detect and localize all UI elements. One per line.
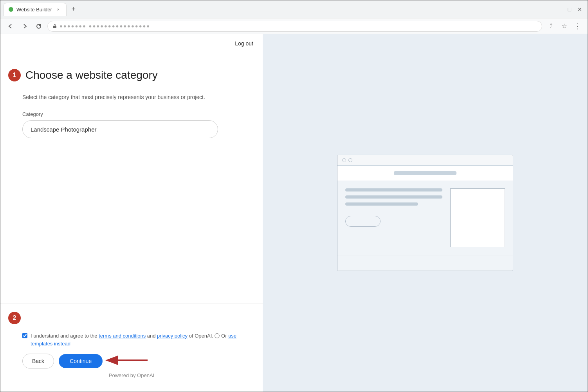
powered-by: Powered by OpenAI (22, 369, 241, 382)
category-label: Category (22, 111, 241, 117)
address-bar[interactable]: ●●●●●●● ●●●●●●●●●●●●●●●● (47, 21, 542, 32)
back-nav-button[interactable] (5, 21, 16, 32)
wireframe-footer (337, 255, 513, 271)
wireframe-image (450, 188, 505, 247)
lock-icon (52, 24, 57, 29)
bookmark-icon[interactable]: ☆ (559, 21, 570, 32)
button-row: Back Continue (22, 354, 241, 369)
wireframe-title-line (394, 171, 456, 175)
browser-window: Website Builder × + — □ ✕ ●●●●●●● ●●●●●●… (0, 0, 588, 392)
maximize-icon[interactable]: □ (566, 6, 574, 13)
new-tab-button[interactable]: + (68, 4, 79, 15)
info-icon: ⓘ (215, 333, 220, 339)
logout-bar: Log out (0, 34, 263, 53)
address-text: ●●●●●●● ●●●●●●●●●●●●●●●● (60, 23, 150, 29)
right-panel (263, 34, 588, 392)
wireframe-button (345, 216, 381, 227)
svg-rect-0 (53, 26, 56, 28)
active-tab[interactable]: Website Builder × (4, 3, 67, 16)
wireframe-dot1 (342, 158, 346, 162)
arrow-indicator (101, 352, 152, 370)
close-window-icon[interactable]: ✕ (575, 6, 584, 13)
wireframe-text-line2 (345, 195, 442, 199)
continue-arrow (101, 352, 152, 368)
agreement-row: I understand and agree to the terms and … (22, 332, 241, 347)
form-area: 1 Choose a website category Select the c… (0, 53, 263, 303)
wireframe-header (337, 155, 513, 166)
agreement-middle: and (146, 333, 157, 339)
back-button[interactable]: Back (22, 354, 54, 369)
browser-titlebar: Website Builder × + — □ ✕ (0, 0, 588, 18)
agreement-text: I understand and agree to the terms and … (31, 332, 241, 347)
logout-link[interactable]: Log out (235, 40, 253, 47)
category-input[interactable] (22, 120, 218, 138)
tab-strip: Website Builder × + (4, 3, 551, 16)
bottom-area: 2 I understand and agree to the terms an… (0, 303, 263, 392)
tab-title: Website Builder (16, 7, 52, 13)
left-panel: Log out 1 Choose a website category Sele… (0, 34, 263, 392)
step1-indicator: 1 (8, 69, 21, 81)
wireframe-text-col (345, 188, 442, 227)
wireframe-text-line1 (345, 188, 442, 191)
wireframe-preview (337, 155, 513, 271)
agreement-checkbox[interactable] (22, 333, 27, 338)
agreement-suffix: of OpenAI. (188, 333, 215, 339)
continue-button[interactable]: Continue (59, 354, 103, 368)
terms-link[interactable]: terms and conditions (99, 333, 146, 339)
page-subtitle: Select the category that most precisely … (22, 94, 241, 100)
wireframe-title-bar (337, 166, 513, 181)
wireframe-dot2 (348, 158, 352, 162)
reload-nav-button[interactable] (33, 21, 44, 32)
or-text: Or (220, 333, 228, 339)
share-icon[interactable]: ⤴ (545, 21, 556, 32)
step2-indicator: 2 (8, 312, 21, 324)
forward-nav-button[interactable] (19, 21, 30, 32)
agreement-prefix: I understand and agree to the (31, 333, 99, 339)
wireframe-text-line3 (345, 202, 418, 206)
page-title: Choose a website category (25, 69, 158, 81)
menu-icon[interactable]: ⋮ (572, 21, 583, 32)
browser-navbar: ●●●●●●● ●●●●●●●●●●●●●●●● ⤴ ☆ ⋮ (0, 18, 588, 34)
window-controls: — □ ✕ (554, 6, 584, 13)
wireframe-browser (337, 155, 513, 271)
wireframe-body (337, 181, 513, 255)
privacy-link[interactable]: privacy policy (157, 333, 188, 339)
main-content: Log out 1 Choose a website category Sele… (0, 34, 588, 392)
tab-favicon (9, 7, 13, 12)
nav-actions: ⤴ ☆ ⋮ (545, 21, 583, 32)
tab-close-button[interactable]: × (55, 6, 61, 13)
minimize-icon[interactable]: — (554, 6, 564, 13)
